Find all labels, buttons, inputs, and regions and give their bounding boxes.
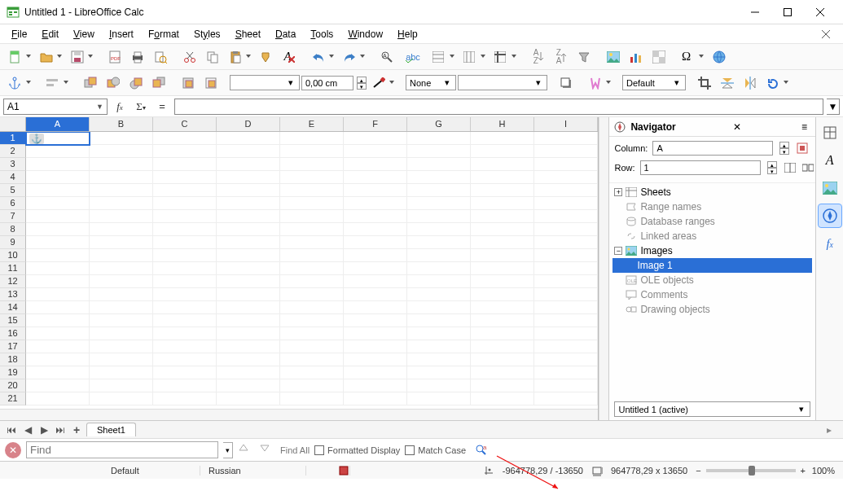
back-one-button[interactable] xyxy=(125,72,147,94)
row-header[interactable]: 19 xyxy=(0,366,26,379)
cell[interactable] xyxy=(534,366,598,379)
flip-h-button[interactable] xyxy=(740,72,761,94)
cell[interactable] xyxy=(471,366,534,379)
cell[interactable] xyxy=(90,379,153,392)
cell[interactable] xyxy=(153,327,217,340)
forward-one-button[interactable] xyxy=(103,72,124,94)
cell[interactable] xyxy=(344,236,407,249)
col-header-A[interactable]: A xyxy=(26,117,90,131)
select-all-corner[interactable] xyxy=(0,117,26,131)
cell[interactable] xyxy=(217,249,280,262)
cell[interactable] xyxy=(344,132,407,145)
tree-ole[interactable]: OLEOLE objects xyxy=(612,273,812,287)
cell[interactable] xyxy=(471,236,534,249)
cell[interactable] xyxy=(217,353,280,366)
cell[interactable] xyxy=(534,158,598,171)
menu-insert[interactable]: Insert xyxy=(103,26,140,42)
menu-tools[interactable]: Tools xyxy=(304,26,340,42)
line-color-button[interactable] xyxy=(368,72,397,94)
open-button[interactable] xyxy=(36,46,65,68)
cell[interactable] xyxy=(217,340,280,353)
rail-styles[interactable]: A xyxy=(818,148,842,173)
cell[interactable] xyxy=(471,132,534,145)
cell[interactable] xyxy=(90,158,153,171)
cell[interactable] xyxy=(344,366,407,379)
filter-effects-button[interactable] xyxy=(585,72,614,94)
cell[interactable] xyxy=(26,184,90,197)
menubar-close-icon[interactable] xyxy=(822,30,838,38)
cell[interactable] xyxy=(26,275,90,288)
special-char-button[interactable]: Ω xyxy=(678,46,707,68)
tab-add[interactable]: + xyxy=(70,423,83,436)
row-header[interactable]: 6 xyxy=(0,197,26,210)
find-prev-button[interactable] xyxy=(238,443,254,458)
cell[interactable] xyxy=(471,379,534,392)
cell[interactable] xyxy=(280,223,344,236)
clone-format-button[interactable] xyxy=(256,46,277,68)
nav-column-stepper[interactable]: ▴▾ xyxy=(779,142,789,155)
cell[interactable] xyxy=(26,210,90,223)
cell[interactable] xyxy=(407,236,471,249)
cell[interactable] xyxy=(534,288,598,301)
tab-next[interactable]: ▶ xyxy=(37,424,50,436)
tree-comments[interactable]: Comments xyxy=(612,287,812,302)
cell[interactable] xyxy=(153,249,217,262)
cell[interactable] xyxy=(90,353,153,366)
cell[interactable] xyxy=(90,340,153,353)
cell[interactable] xyxy=(217,314,280,327)
shadow-button[interactable] xyxy=(555,72,577,94)
cell[interactable] xyxy=(26,262,90,275)
cell[interactable] xyxy=(534,353,598,366)
menu-view[interactable]: View xyxy=(67,26,101,42)
cell[interactable] xyxy=(407,197,471,210)
cell[interactable] xyxy=(217,379,280,392)
cell[interactable] xyxy=(26,249,90,262)
content-view-button[interactable] xyxy=(782,160,798,176)
col-header-I[interactable]: I xyxy=(534,117,598,131)
cell[interactable] xyxy=(217,184,280,197)
cell[interactable] xyxy=(407,379,471,392)
cell[interactable] xyxy=(534,171,598,184)
cell[interactable] xyxy=(217,301,280,314)
cell[interactable] xyxy=(153,158,217,171)
menu-window[interactable]: Window xyxy=(341,26,389,42)
find-input[interactable] xyxy=(26,441,218,458)
cell[interactable] xyxy=(407,145,471,158)
zoom-level[interactable]: 100% xyxy=(806,466,838,476)
copy-button[interactable] xyxy=(202,46,223,68)
cell[interactable] xyxy=(217,327,280,340)
rail-functions[interactable]: fx xyxy=(818,231,842,256)
cell[interactable] xyxy=(344,275,407,288)
cell[interactable] xyxy=(153,145,217,158)
cell[interactable] xyxy=(344,158,407,171)
cell[interactable] xyxy=(153,210,217,223)
cell[interactable] xyxy=(471,288,534,301)
col-header-F[interactable]: F xyxy=(344,117,407,131)
cell[interactable] xyxy=(534,184,598,197)
cell[interactable] xyxy=(280,340,344,353)
cell[interactable] xyxy=(344,301,407,314)
cell[interactable] xyxy=(217,145,280,158)
navigator-close-button[interactable]: ✕ xyxy=(731,121,744,133)
tree-images[interactable]: −Images xyxy=(612,243,812,258)
vertical-scrollbar[interactable] xyxy=(599,117,608,420)
row-header[interactable]: 9 xyxy=(0,236,26,249)
menu-format[interactable]: Format xyxy=(142,26,186,42)
cell[interactable] xyxy=(280,314,344,327)
tree-drawing[interactable]: Drawing objects xyxy=(612,302,812,317)
cell[interactable] xyxy=(90,392,153,405)
new-doc-button[interactable] xyxy=(5,46,34,68)
cell[interactable] xyxy=(280,366,344,379)
paste-button[interactable] xyxy=(225,46,254,68)
col-header-E[interactable]: E xyxy=(280,117,344,131)
row-header[interactable]: 16 xyxy=(0,327,26,340)
cell[interactable] xyxy=(471,301,534,314)
send-back-button[interactable] xyxy=(148,72,169,94)
cell[interactable] xyxy=(344,210,407,223)
cell[interactable] xyxy=(344,223,407,236)
cell[interactable] xyxy=(344,392,407,405)
col-header-D[interactable]: D xyxy=(217,117,280,131)
row-header[interactable]: 17 xyxy=(0,340,26,353)
navigator-menu-button[interactable]: ≡ xyxy=(797,121,810,133)
cell[interactable] xyxy=(471,314,534,327)
